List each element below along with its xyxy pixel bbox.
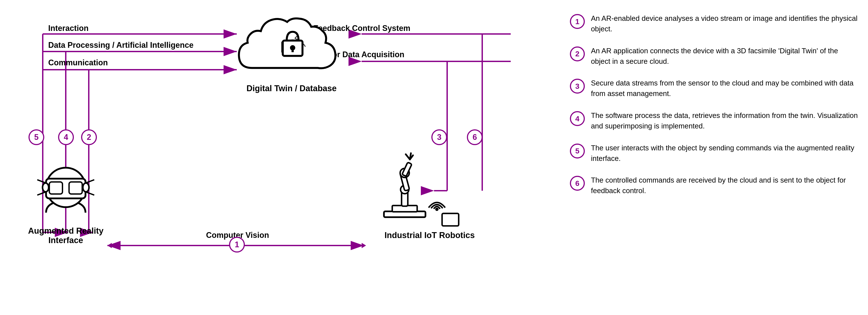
legend-item-6: 6 The controlled commands are received b…: [570, 175, 859, 196]
legend-item-3: 3 Secure data streams from the sensor to…: [570, 78, 859, 99]
ar-svg: [20, 149, 112, 224]
svg-line-53: [410, 153, 411, 159]
svg-point-54: [435, 208, 439, 211]
legend-item-4: 4 The software process the data, retriev…: [570, 110, 859, 131]
svg-rect-33: [291, 48, 294, 52]
circle-4-left: 4: [58, 129, 74, 145]
svg-point-43: [83, 183, 89, 192]
iot-area: Industrial IoT Robotics: [368, 149, 491, 240]
legend-text-5: The user interacts with the object by se…: [591, 143, 859, 164]
cloud-svg: [230, 7, 353, 81]
legend-item-1: 1 An AR-enabled device analyses a video …: [570, 13, 859, 34]
legend-text-2: An AR application connects the device wi…: [591, 45, 859, 67]
legend-text-6: The controlled commands are received by …: [591, 175, 859, 196]
legend-num-4: 4: [570, 111, 585, 126]
circle-5-left: 5: [29, 129, 44, 145]
legend-item-5: 5 The user interacts with the object by …: [570, 143, 859, 164]
svg-marker-24: [362, 243, 366, 248]
legend-text-1: An AR-enabled device analyses a video st…: [591, 13, 859, 34]
svg-rect-55: [442, 214, 459, 226]
communication-label: Communication: [48, 58, 108, 67]
legend-num-1: 1: [570, 14, 585, 29]
interaction-label: Interaction: [48, 24, 89, 33]
diagram-container: Interaction Data Processing / Artificial…: [0, 0, 868, 315]
circle-3-right: 3: [431, 129, 447, 145]
circle-6-right: 6: [467, 129, 483, 145]
legend-text-4: The software process the data, retrieves…: [591, 110, 859, 131]
cloud-area: Digital Twin / Database: [230, 7, 353, 93]
ar-label: Augmented Reality Interface: [13, 226, 118, 245]
legend-num-2: 2: [570, 46, 585, 61]
iot-label: Industrial IoT Robotics: [368, 230, 491, 240]
data-processing-label: Data Processing / Artificial Intelligenc…: [48, 40, 193, 50]
legend-num-5: 5: [570, 144, 585, 158]
ar-area: Augmented Reality Interface: [13, 149, 118, 245]
legend-num-6: 6: [570, 176, 585, 191]
legend-item-2: 2 An AR application connects the device …: [570, 45, 859, 67]
legend: 1 An AR-enabled device analyses a video …: [570, 13, 859, 208]
circle-1-bottom: 1: [229, 237, 245, 253]
iot-svg: [368, 149, 491, 228]
cloud-label: Digital Twin / Database: [230, 84, 353, 93]
circle-2-left: 2: [81, 129, 97, 145]
svg-point-42: [42, 183, 49, 192]
legend-num-3: 3: [570, 79, 585, 94]
legend-text-3: Secure data streams from the sensor to t…: [591, 78, 859, 99]
